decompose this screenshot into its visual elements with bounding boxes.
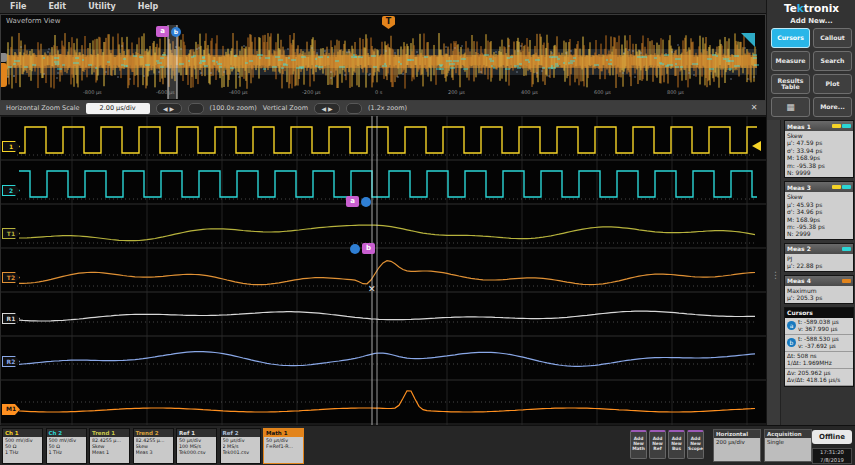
v-zoom-stepper-button[interactable]: ◀ ▶ <box>314 103 340 114</box>
badge-ref-2[interactable]: Ref 250 µs/div2 MS/sTek001.csv <box>220 428 261 464</box>
add-new-math-button[interactable]: AddNewMath <box>630 430 647 459</box>
h-zoom-fine-button[interactable] <box>188 103 204 114</box>
mask-test-icon: ▦ <box>786 104 795 111</box>
trend-1-trace <box>19 225 755 241</box>
inverse-delta-t: 1/Δt: 1.969MHz <box>787 360 832 367</box>
horizontal-title: Horizontal <box>714 430 760 438</box>
meas-value-line: N: 2999 <box>787 230 851 237</box>
menu-file[interactable]: File <box>10 2 26 11</box>
meas-source-chips <box>832 124 851 128</box>
waveform-traces <box>1 116 767 425</box>
badge-title: Ch 2 <box>47 429 86 437</box>
meas-source-chips <box>842 279 851 283</box>
zoom-region-flag-icon[interactable] <box>741 33 755 47</box>
cursors-readout-panel[interactable]: Cursors a t: -589.038 µs v: 367.990 µs b… <box>784 307 854 387</box>
add-new-bus-button[interactable]: AddNewBus <box>668 430 685 459</box>
badge-setting-line: F=Ref1-R... <box>266 444 301 450</box>
sidebar: Tektronix Add New... CursorsCalloutMeasu… <box>766 0 855 425</box>
meas-badge-title: Meas 4 <box>787 277 811 284</box>
badge-setting-line: Meas 1 <box>92 450 127 456</box>
meas-source-chips <box>842 247 851 251</box>
badge-ch-1[interactable]: Ch 1500 mV/div50 Ω1 THz <box>2 428 43 464</box>
menu-edit[interactable]: Edit <box>48 2 66 11</box>
overview-cursor-b-flag[interactable]: b <box>171 27 181 37</box>
h-zoom-scale-input[interactable]: 2.00 µs/div <box>86 103 150 114</box>
delta-t: Δt: 508 ns <box>787 353 832 360</box>
cursor-delta-readout: Δt: 508 ns 1/Δt: 1.969MHz <box>785 352 853 369</box>
menu-utility[interactable]: Utility <box>88 2 116 11</box>
source-color-chip <box>842 124 851 128</box>
badge-ch-2[interactable]: Ch 2500 mV/div50 Ω1 THz <box>46 428 87 464</box>
overview-left-grip[interactable] <box>1 53 7 62</box>
results-table-button[interactable]: Results Table <box>771 74 810 94</box>
cursor-b-dot[interactable] <box>361 197 371 207</box>
meas-result-badge[interactable]: Meas 2PJµ': 22.88 ps <box>784 243 854 272</box>
results-rail[interactable]: ⋮ <box>767 120 781 425</box>
overview-cursor-a-flag[interactable]: a <box>156 26 169 37</box>
channel-1-trace <box>19 127 757 153</box>
cursors-button[interactable]: Cursors <box>771 28 810 48</box>
menu-bar: FileEditUtilityHelp <box>0 0 766 14</box>
meas-badge-body: Skewµ': 45.93 psσ': 34.96 psM: 168.9psm:… <box>785 192 853 238</box>
meas-result-badge[interactable]: Meas 3Skewµ': 45.93 psσ': 34.96 psM: 168… <box>784 181 854 239</box>
meas-result-badge[interactable]: Meas 4Maximumµ': 205.3 ps <box>784 275 854 304</box>
ref-1-trace <box>19 311 755 321</box>
plot-button[interactable]: Plot <box>813 74 852 94</box>
cursor-b-time: t: -588.530 µs <box>798 336 839 343</box>
search-button[interactable]: Search <box>813 51 852 71</box>
meas-badge-body: Skewµ': 47.59 psσ': 33.94 psM: 168.9psm:… <box>785 131 853 177</box>
overview-title: Waveform View <box>6 17 60 25</box>
overview-axis-label: 400 µs <box>521 89 538 95</box>
clock-display: 17:31:20 7/8/2019 <box>812 448 852 464</box>
badge-trend-1[interactable]: Trend 182.4255 µ...SkewMeas 1 <box>89 428 130 464</box>
oscilloscope-app: FileEditUtilityHelp Waveform View -800 µ… <box>0 0 855 465</box>
meas-value-line: PJ <box>787 255 851 262</box>
close-zoom-icon[interactable]: ✕ <box>748 102 760 114</box>
overview-left-handle[interactable] <box>1 63 7 87</box>
badge-title: Trend 1 <box>90 429 129 437</box>
meas-badge-title: Meas 2 <box>787 245 811 252</box>
source-color-chip <box>832 185 841 189</box>
offline-button[interactable]: Offline <box>812 430 852 444</box>
meas-value-line: N: 9999 <box>787 169 851 176</box>
callout-button[interactable]: Callout <box>813 28 852 48</box>
cursor-b-value: v: -37.692 µs <box>798 343 839 350</box>
badge-title: Trend 2 <box>134 429 173 437</box>
meas-value-line: µ': 47.59 ps <box>787 139 851 146</box>
overview-axis-label: -200 µs <box>302 89 321 95</box>
acquisition-panel[interactable]: Acquisition Single <box>764 429 812 462</box>
trigger-level-arrow-icon[interactable] <box>752 141 761 151</box>
h-zoom-readout: (100.0x zoom) <box>210 104 257 112</box>
meas-result-badge[interactable]: Meas 1Skewµ': 47.59 psσ': 33.94 psM: 168… <box>784 120 854 178</box>
add-new-scope-button[interactable]: AddNewScope <box>687 430 704 459</box>
overview-axis-label: -400 µs <box>229 89 248 95</box>
badge-setting-line: Meas 3 <box>136 450 171 456</box>
more--button[interactable]: More... <box>813 97 852 117</box>
menu-help[interactable]: Help <box>138 2 159 11</box>
add-new-label: Add New... <box>767 17 855 25</box>
horizontal-panel[interactable]: Horizontal 200 µs/div <box>713 429 761 462</box>
main-waveform-view[interactable]: 12T1T2R1R2M1 a b ✕ <box>0 116 766 425</box>
mask-test-button[interactable]: ▦ <box>771 97 810 117</box>
measure-button[interactable]: Measure <box>771 51 810 71</box>
waveform-overview-panel[interactable]: Waveform View -800 µs-600 µs-400 µs-200 … <box>0 14 766 101</box>
cursor-a-flag[interactable]: a <box>346 196 359 207</box>
badge-trend-2[interactable]: Trend 282.4255 µ...SkewMeas 3 <box>133 428 174 464</box>
badge-math-1[interactable]: Math 150 µs/divF=Ref1-R... <box>263 428 304 464</box>
badge-body: 500 mV/div50 Ω1 THz <box>47 437 86 463</box>
crosshair-marker-icon[interactable]: ✕ <box>368 284 376 294</box>
meas-value-line: σ': 34.96 ps <box>787 208 851 215</box>
add-new-ref-button[interactable]: AddNewRef <box>649 430 666 459</box>
cursor-a-dot[interactable] <box>350 244 360 254</box>
cursor-b-flag[interactable]: b <box>362 243 375 254</box>
v-zoom-fine-button[interactable] <box>346 103 362 114</box>
cursor-delta-v-readout: Δv: 205.962 µs Δv/Δt: 418.16 µs/s <box>785 369 853 386</box>
overview-axis-label: -600 µs <box>156 89 175 95</box>
meas-value-line: Maximum <box>787 287 851 294</box>
badge-ref-1[interactable]: Ref 150 µs/div100 MS/sTek000.csv <box>176 428 217 464</box>
clock-date: 7/8/2019 <box>813 457 851 465</box>
cursor-b-icon: b <box>787 338 796 347</box>
meas-badge-header: Meas 2 <box>785 244 853 254</box>
h-zoom-stepper-button[interactable]: ◀ ▶ <box>156 103 182 114</box>
badge-title: Math 1 <box>264 429 303 437</box>
